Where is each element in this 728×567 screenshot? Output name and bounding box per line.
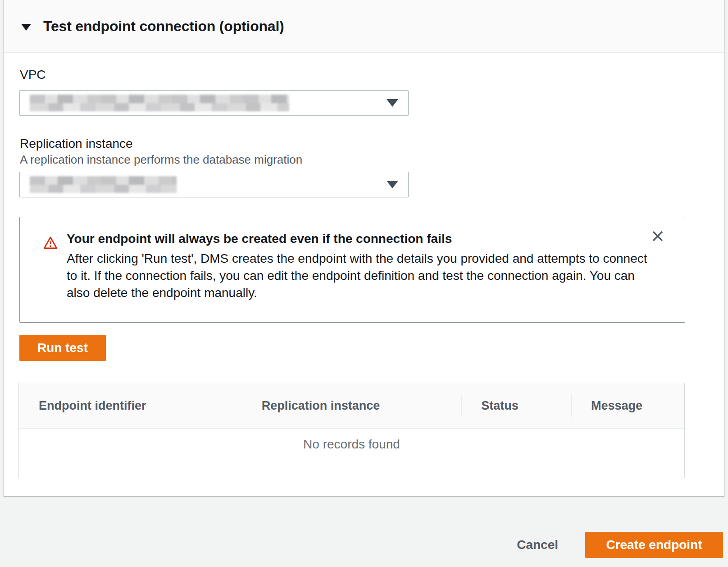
caret-down-icon (387, 99, 398, 107)
column-header-endpoint-identifier: Endpoint identifier (19, 383, 242, 428)
alert-content: Your endpoint will always be created eve… (67, 232, 659, 302)
close-icon (651, 229, 665, 243)
vpc-select[interactable] (19, 90, 409, 116)
warning-alert: Your endpoint will always be created eve… (19, 217, 685, 323)
vpc-selected-value-redacted (30, 95, 289, 111)
collapse-triangle-icon (21, 24, 31, 31)
run-test-button[interactable]: Run test (19, 335, 106, 361)
column-header-message: Message (571, 383, 684, 428)
panel-header-toggle[interactable]: Test endpoint connection (optional) (4, 0, 724, 53)
warning-triangle-icon (43, 236, 58, 250)
replication-instance-label: Replication instance (20, 137, 133, 151)
table-empty-state: No records found (19, 429, 684, 452)
vpc-label: VPC (20, 68, 46, 82)
create-endpoint-button[interactable]: Create endpoint (585, 532, 723, 558)
alert-title: Your endpoint will always be created eve… (67, 232, 659, 246)
cancel-button[interactable]: Cancel (517, 538, 558, 552)
replication-instance-selected-value-redacted (30, 176, 177, 193)
test-results-table: Endpoint identifier Replication instance… (18, 383, 685, 478)
caret-down-icon (387, 181, 398, 188)
replication-instance-select[interactable] (19, 172, 409, 197)
column-header-status: Status (461, 383, 571, 428)
page: Test endpoint connection (optional) VPC … (0, 0, 728, 567)
footer-actions: Cancel Create endpoint (517, 532, 723, 558)
column-header-replication-instance: Replication instance (242, 383, 461, 428)
table-header-row: Endpoint identifier Replication instance… (19, 383, 684, 429)
panel-title: Test endpoint connection (optional) (43, 18, 284, 35)
alert-close-button[interactable] (651, 229, 665, 243)
replication-instance-description: A replication instance performs the data… (20, 153, 302, 167)
alert-body: After clicking 'Run test', DMS creates t… (67, 250, 659, 302)
